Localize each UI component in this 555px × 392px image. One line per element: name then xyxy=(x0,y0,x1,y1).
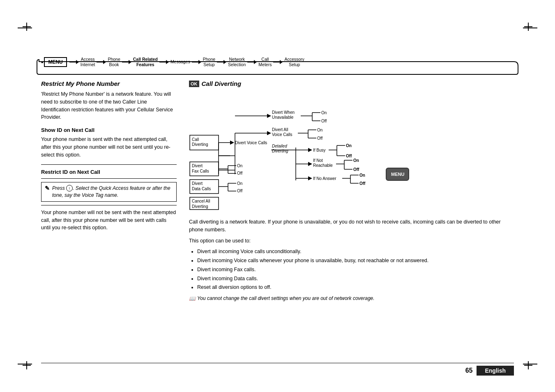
svg-text:On: On xyxy=(359,173,365,178)
note-book-icon: 📖 xyxy=(189,295,196,302)
nav-item-phone-book: Phone Book xyxy=(107,57,121,67)
svg-text:Data Calls: Data Calls xyxy=(192,187,211,191)
bullet-1: Divert all incoming Voice calls uncondit… xyxy=(197,248,514,256)
nav-item-network-selection: Network Selection xyxy=(227,57,246,67)
svg-marker-30 xyxy=(308,148,312,152)
call-diverting-title: OK Call Diverting xyxy=(189,80,514,87)
bottom-line xyxy=(41,363,514,363)
svg-text:Off: Off xyxy=(237,189,242,193)
svg-text:Detailed: Detailed xyxy=(272,144,287,148)
bullet-5: Reset all diversion options to off. xyxy=(197,284,514,291)
svg-text:If Busy: If Busy xyxy=(313,148,326,152)
svg-text:If No Answer: If No Answer xyxy=(313,176,336,181)
nav-arrow-3 xyxy=(159,60,169,64)
bullet-list: Divert all incoming Voice calls uncondit… xyxy=(197,248,514,291)
svg-text:Off: Off xyxy=(317,136,322,141)
svg-marker-39 xyxy=(308,162,312,166)
restrict-id-title: Restrict ID on Next Call xyxy=(41,169,177,175)
nav-item-call-related-features: Call Related Features xyxy=(132,57,159,67)
svg-text:Diverting: Diverting xyxy=(192,204,208,209)
nav-arrow-4 xyxy=(192,60,201,64)
bullet-2: Divert incoming Voice calls whenever you… xyxy=(197,257,514,265)
svg-text:Off: Off xyxy=(353,167,359,172)
page-number: 65 xyxy=(465,367,473,374)
svg-text:Divert: Divert xyxy=(192,181,203,186)
corner-tick-tl xyxy=(18,28,32,28)
svg-marker-49 xyxy=(308,176,312,180)
svg-text:On: On xyxy=(237,181,242,186)
svg-text:On: On xyxy=(321,111,327,115)
nav-bar: ■ MENU Access Internet Phone Book Ca xyxy=(35,48,520,75)
svg-text:On: On xyxy=(317,128,322,132)
bullet-4: Divert incoming Data calls. xyxy=(197,275,514,283)
diverting-intro: Call diverting is a network feature. If … xyxy=(189,218,514,234)
corner-tick-tr xyxy=(523,28,537,28)
content-area: Restrict My Phone Number 'Restrict My Ph… xyxy=(41,80,514,343)
note-pencil-icon: ✎ xyxy=(45,185,50,191)
svg-text:On: On xyxy=(237,164,242,168)
nav-arrow-0 xyxy=(69,60,79,64)
page-bar: 65 English xyxy=(465,366,514,376)
menu-box: ■ MENU xyxy=(41,57,67,67)
bullet-3: Divert incoming Fax calls. xyxy=(197,266,514,274)
ok-icon: OK xyxy=(189,81,199,87)
nav-arrow-5 xyxy=(217,60,226,64)
svg-text:Diverting: Diverting xyxy=(192,142,208,147)
divider-1 xyxy=(41,164,177,165)
restrict-title: Restrict My Phone Number xyxy=(41,80,177,87)
nav-arrow-2 xyxy=(122,60,131,64)
nav-item-phone-setup: Phone Setup xyxy=(202,57,216,67)
svg-text:Diverting: Diverting xyxy=(272,149,288,153)
diagram-svg: Call Diverting Divert Voice Calls Divert… xyxy=(189,92,427,211)
svg-text:If Not: If Not xyxy=(313,158,323,163)
svg-text:Divert All: Divert All xyxy=(272,127,288,132)
nav-item-call-meters: Call Meters xyxy=(258,57,272,67)
svg-text:Fax Calls: Fax Calls xyxy=(192,169,209,173)
note-text: Press ↑. Select the Quick Access feature… xyxy=(52,185,173,199)
nav-arrow-6 xyxy=(247,60,257,64)
restrict-id-body: Your phone number will not be sent with … xyxy=(41,209,177,232)
right-column: OK Call Diverting Call Diverting Divert … xyxy=(189,80,514,343)
left-column: Restrict My Phone Number 'Restrict My Ph… xyxy=(41,80,177,343)
note-box: ✎ Press ↑. Select the Quick Access featu… xyxy=(41,182,177,202)
show-id-title: Show ID on Next Call xyxy=(41,127,177,133)
svg-text:Divert Voice Calls: Divert Voice Calls xyxy=(235,141,267,145)
svg-text:MENU: MENU xyxy=(391,172,404,177)
svg-text:Unavailable: Unavailable xyxy=(272,115,294,120)
warning-note: 📖 You cannot change the call divert sett… xyxy=(189,295,514,302)
nav-item-access-internet: Access Internet xyxy=(80,57,96,67)
svg-marker-8 xyxy=(267,114,271,118)
divider-2 xyxy=(41,178,177,179)
svg-marker-4 xyxy=(230,141,234,145)
corner-crosshair-br xyxy=(524,361,532,369)
svg-text:Voice Calls: Voice Calls xyxy=(272,132,292,137)
svg-text:Divert When: Divert When xyxy=(272,110,295,115)
corner-tick-bl xyxy=(18,364,32,364)
corner-crosshair-tr xyxy=(524,23,532,31)
svg-text:On: On xyxy=(353,158,359,163)
corner-tick-br xyxy=(523,364,537,364)
option-intro: This option can be used to: xyxy=(189,237,514,245)
nav-arrow-7 xyxy=(273,60,283,64)
svg-text:Divert: Divert xyxy=(192,164,203,168)
show-id-body: Your phone number is sent with the next … xyxy=(41,136,177,159)
svg-text:Off: Off xyxy=(359,181,366,186)
restrict-intro: 'Restrict My Phone Number' is a network … xyxy=(41,90,177,121)
svg-text:Reachable: Reachable xyxy=(313,163,333,168)
corner-crosshair-tl xyxy=(23,23,31,31)
call-diverting-diagram: Call Diverting Divert Voice Calls Divert… xyxy=(189,92,514,212)
nav-arrow-1 xyxy=(97,60,106,64)
divider-3 xyxy=(41,205,177,205)
nav-item-accessory-setup: Accessory Setup xyxy=(283,57,305,67)
language-label: English xyxy=(477,366,514,376)
svg-text:Off: Off xyxy=(346,154,352,158)
svg-text:Off: Off xyxy=(237,171,242,175)
svg-text:Cancel All: Cancel All xyxy=(192,199,210,203)
svg-marker-18 xyxy=(267,131,271,135)
svg-text:Off: Off xyxy=(321,119,327,123)
svg-text:Call: Call xyxy=(192,137,199,142)
nav-item-messages: Messages xyxy=(170,59,191,65)
corner-crosshair-bl xyxy=(23,361,31,369)
svg-text:On: On xyxy=(346,143,352,148)
